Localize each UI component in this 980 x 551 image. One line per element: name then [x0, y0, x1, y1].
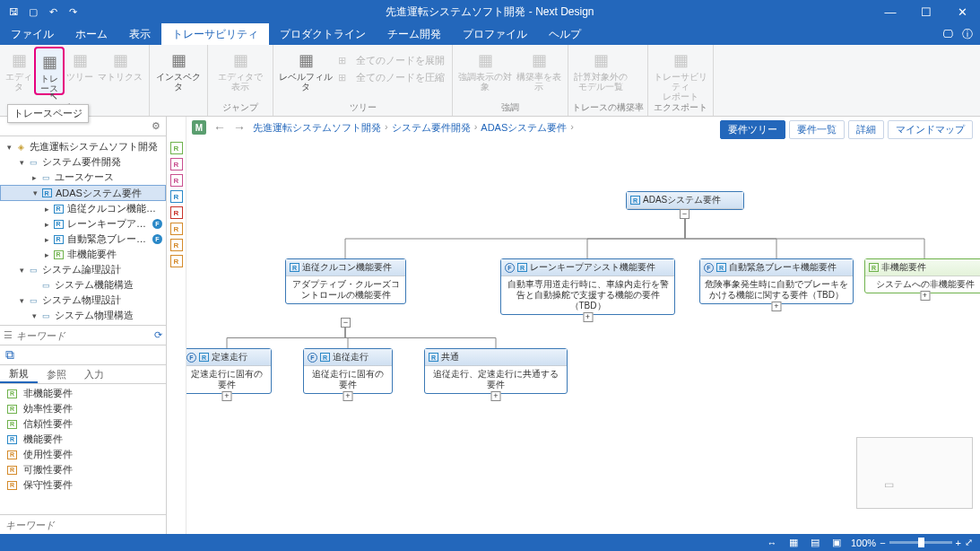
- panel-tabs: 新規参照入力: [0, 364, 166, 384]
- gutter-type-7[interactable]: R: [170, 255, 183, 267]
- view-btn-要件ツリー[interactable]: 要件ツリー: [720, 120, 785, 139]
- undo-icon[interactable]: ↶: [47, 5, 59, 18]
- library-header: ⧉: [0, 345, 166, 364]
- menu-tab-0[interactable]: ファイル: [0, 23, 65, 45]
- tree-item-1[interactable]: ▾▭システム要件開発: [0, 154, 166, 170]
- view-btn-マインドマップ[interactable]: マインドマップ: [888, 120, 973, 139]
- library-keyword-input[interactable]: [5, 520, 160, 530]
- expand-icon[interactable]: +: [491, 391, 501, 401]
- ref-item-3[interactable]: R機能要件: [0, 432, 166, 447]
- tree-item-9[interactable]: ▭システム機能構造: [0, 277, 166, 293]
- expand-icon[interactable]: +: [222, 391, 232, 401]
- diagram-node-共通[interactable]: R共通追従走行、定速走行に共通する要件+: [424, 348, 568, 394]
- tree-item-0[interactable]: ▾◈先進運転システムソフト開発: [0, 139, 166, 154]
- menu-tab-3[interactable]: トレーサビリティ: [161, 23, 269, 45]
- gutter-type-2[interactable]: R: [170, 174, 183, 187]
- zoom-fit-icon[interactable]: ⤢: [965, 537, 973, 548]
- zoom-in-button[interactable]: +: [956, 538, 961, 548]
- tree-item-8[interactable]: ▾▭システム論理設計: [0, 262, 166, 277]
- feature-icon: F: [704, 263, 714, 273]
- tree-item-2[interactable]: ▸▭ユースケース: [0, 170, 166, 185]
- display-settings-icon[interactable]: 🖵: [941, 27, 955, 41]
- collapse-root-icon[interactable]: −: [680, 209, 689, 219]
- ref-item-6[interactable]: R保守性要件: [0, 477, 166, 493]
- status-pointer-icon[interactable]: ↔: [765, 538, 779, 548]
- status-grid-icon[interactable]: ▤: [808, 537, 822, 548]
- tree-refresh-icon[interactable]: ⟳: [154, 329, 162, 341]
- view-buttons: 要件ツリー要件一覧詳細マインドマップ: [720, 120, 973, 139]
- redo-icon[interactable]: ↷: [66, 5, 79, 18]
- gutter-type-6[interactable]: R: [170, 239, 183, 251]
- diagram-node-追従クルコン機能要件[interactable]: R追従クルコン機能要件アダプティブ・クルーズコントロールの機能要件: [285, 258, 406, 304]
- minimap[interactable]: ▭: [856, 437, 973, 509]
- ref-item-4[interactable]: R使用性要件: [0, 447, 166, 462]
- collapse-node-icon[interactable]: −: [341, 318, 351, 328]
- tree-item-3[interactable]: ▾RADASシステム要件: [0, 185, 166, 201]
- ribbon-btn-レベルフィルタ[interactable]: ▦レベルフィルタ: [277, 47, 334, 92]
- panel-tab-新規[interactable]: 新規: [0, 365, 38, 383]
- type-gutter[interactable]: RRRRRRRR: [167, 117, 186, 534]
- nav-forward-icon[interactable]: →: [233, 120, 246, 135]
- status-page-icon[interactable]: ▣: [829, 537, 844, 548]
- tree-item-4[interactable]: ▸R追従クルコン機能要件: [0, 201, 166, 216]
- zoom-slider[interactable]: [889, 541, 952, 544]
- ref-item-5[interactable]: R可搬性要件: [0, 462, 166, 477]
- gutter-type-3[interactable]: R: [170, 190, 183, 203]
- diagram-node-追従走行[interactable]: FR追従走行追従走行に固有の要件+: [303, 348, 393, 394]
- ribbon-group-4: ▦強調表示の対象▦構築率を表示強調: [453, 45, 568, 116]
- ribbon-btn-トレース[interactable]: ▦トレース: [34, 47, 65, 95]
- menu-tab-2[interactable]: 表示: [118, 23, 161, 45]
- menu-tab-7[interactable]: ヘルプ: [538, 23, 592, 45]
- reference-list[interactable]: R非機能要件R効率性要件R信頼性要件R機能要件R使用性要件R可搬性要件R保守性要…: [0, 384, 166, 514]
- view-btn-要件一覧[interactable]: 要件一覧: [789, 120, 845, 139]
- diagram-node-ADASシステム要件[interactable]: RADASシステム要件: [626, 191, 744, 210]
- nav-back-icon[interactable]: ←: [213, 120, 226, 135]
- status-layout-icon[interactable]: ▦: [786, 537, 801, 548]
- view-btn-詳細[interactable]: 詳細: [848, 120, 884, 139]
- gutter-type-0[interactable]: R: [170, 142, 183, 154]
- breadcrumb-2[interactable]: ADASシステム要件: [481, 121, 567, 135]
- tree-item-11[interactable]: ▾▭システム物理構造: [0, 308, 166, 323]
- diagram-node-自動緊急ブレーキ機能要件[interactable]: FR自動緊急ブレーキ機能要件危険事象発生時に自動でブレーキをかける機能に関する要…: [699, 258, 854, 304]
- panel-tab-参照[interactable]: 参照: [38, 365, 75, 383]
- model-tree[interactable]: ▾◈先進運転システムソフト開発▾▭システム要件開発▸▭ユースケース▾RADASシ…: [0, 136, 166, 325]
- expand-icon[interactable]: +: [772, 302, 782, 311]
- tree-item-10[interactable]: ▾▭システム物理設計: [0, 293, 166, 308]
- breadcrumb-1[interactable]: システム要件開発: [392, 121, 471, 135]
- menu-tab-6[interactable]: プロファイル: [452, 23, 538, 45]
- ribbon-group-6: ▦トレーサビリティレポートエクスポート: [648, 45, 714, 116]
- ref-item-0[interactable]: R非機能要件: [0, 386, 166, 401]
- menu-tab-1[interactable]: ホーム: [65, 23, 118, 45]
- save-icon[interactable]: 🖫: [7, 5, 20, 18]
- ribbon-btn-インスペクタ[interactable]: ▦インスペクタ: [153, 47, 204, 92]
- expand-icon[interactable]: +: [343, 391, 353, 401]
- ref-item-2[interactable]: R信頼性要件: [0, 416, 166, 432]
- breadcrumb[interactable]: 先進運転システムソフト開発›システム要件開発›ADASシステム要件›: [253, 121, 574, 135]
- ref-item-1[interactable]: R効率性要件: [0, 401, 166, 416]
- new-icon[interactable]: ▢: [27, 5, 39, 18]
- gutter-type-1[interactable]: R: [170, 158, 183, 171]
- tree-item-7[interactable]: ▸R非機能要件: [0, 247, 166, 262]
- gutter-type-5[interactable]: R: [170, 223, 183, 235]
- feature-icon: F: [186, 353, 196, 363]
- tree-settings-icon[interactable]: ⚙: [152, 120, 160, 132]
- diagram-node-非機能要件[interactable]: R非機能要件システムへの非機能要件+: [864, 258, 980, 293]
- tree-keyword-input[interactable]: [16, 330, 154, 341]
- minimize-button[interactable]: —: [872, 0, 908, 23]
- tree-item-6[interactable]: ▸R自動緊急ブレーキ機F: [0, 232, 166, 247]
- zoom-out-button[interactable]: −: [880, 538, 885, 548]
- ribbon-group-3: ▦レベルフィルタ⊞全てのノードを展開⊞全てのノードを圧縮ツリー: [273, 45, 453, 116]
- diagram-node-レーンキープアシスト機能要件[interactable]: FRレーンキープアシスト機能要件自動車専用道走行時に、車線内走行を警告と自動操舵…: [500, 258, 675, 315]
- menu-tab-4[interactable]: プロダクトライン: [269, 23, 377, 45]
- panel-tab-入力[interactable]: 入力: [75, 365, 113, 383]
- help-icon[interactable]: ⓘ: [960, 27, 975, 41]
- expand-icon[interactable]: +: [920, 291, 930, 301]
- expand-icon[interactable]: +: [583, 312, 593, 322]
- tree-item-5[interactable]: ▸RレーンキープアシストF: [0, 216, 166, 232]
- gutter-type-4[interactable]: R: [170, 206, 183, 219]
- breadcrumb-0[interactable]: 先進運転システムソフト開発: [253, 121, 381, 135]
- maximize-button[interactable]: ☐: [908, 0, 944, 23]
- close-button[interactable]: ✕: [944, 0, 980, 23]
- menu-tab-5[interactable]: チーム開発: [377, 23, 452, 45]
- diagram-node-定速走行[interactable]: FR定速走行定速走行に固有の要件+: [186, 348, 272, 394]
